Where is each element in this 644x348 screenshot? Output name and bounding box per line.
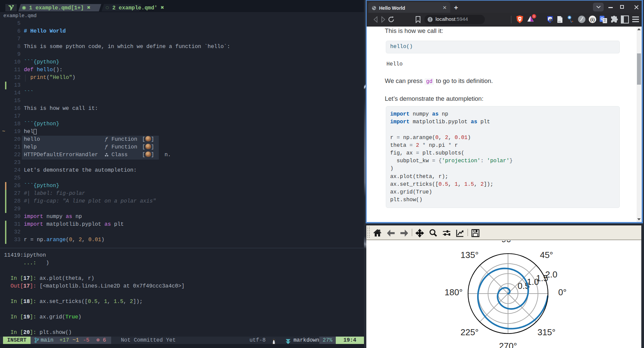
svg-text:90°: 90° [501,241,514,244]
svg-text:270°: 270° [499,341,517,348]
svg-text:(i): (i) [590,17,595,23]
svg-text:45°: 45° [540,250,553,260]
svg-text:135°: 135° [461,250,479,260]
svg-text:315°: 315° [538,327,556,337]
svg-text:225°: 225° [461,327,479,337]
svg-text:180°: 180° [445,287,463,297]
svg-text:2.0: 2.0 [545,269,557,279]
svg-text:0°: 0° [558,287,567,297]
svg-text:文: 文 [603,18,607,23]
